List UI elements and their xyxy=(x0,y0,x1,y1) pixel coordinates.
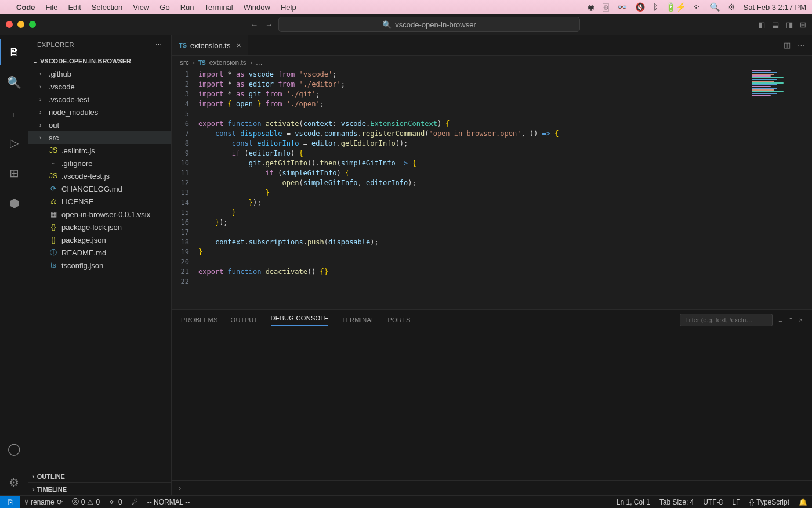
js-file-icon: JS xyxy=(49,172,58,180)
file-tree-item[interactable]: tstsconfig.json xyxy=(28,259,171,272)
nav-back-icon[interactable]: ← xyxy=(251,20,258,29)
battery-icon[interactable]: 🔋⚡ xyxy=(666,2,686,12)
record-icon[interactable]: ◉ xyxy=(588,2,594,12)
file-tree-item[interactable]: ›.vscode-test xyxy=(28,93,171,106)
close-tab-icon[interactable]: × xyxy=(236,41,241,50)
git-branch-status[interactable]: ⑂ rename ⟳ xyxy=(20,498,67,506)
cursor-position-status[interactable]: Ln 1, Col 1 xyxy=(612,498,655,506)
debug-console-input[interactable]: › xyxy=(172,480,812,495)
file-tree-item[interactable]: ›src xyxy=(28,131,171,144)
file-tree-item[interactable]: ⓘREADME.md xyxy=(28,246,171,259)
panel-tab-output[interactable]: OUTPUT xyxy=(231,316,258,323)
menu-help[interactable]: Help xyxy=(281,3,296,12)
eol-status[interactable]: LF xyxy=(727,498,745,506)
breadcrumb-ellipsis[interactable]: … xyxy=(256,59,263,67)
mute-icon[interactable]: 🔇 xyxy=(635,2,645,12)
panel-collapse-icon[interactable]: ⌃ xyxy=(788,316,793,324)
code-editor[interactable]: 12345678910111213141516171819202122 impo… xyxy=(172,70,812,309)
run-debug-view-icon[interactable]: ▷ xyxy=(0,130,28,156)
file-tree-item[interactable]: JS.vscode-test.js xyxy=(28,170,171,182)
remote-indicator[interactable]: ⎘ xyxy=(0,496,20,508)
file-tree-item[interactable]: ⟳CHANGELOG.md xyxy=(28,182,171,195)
encoding-status[interactable]: UTF-8 xyxy=(698,498,727,506)
file-tree-item[interactable]: ›.github xyxy=(28,67,171,80)
minimize-window-button[interactable] xyxy=(17,21,24,28)
docker-icon[interactable]: 🀙 xyxy=(603,2,609,12)
menu-window[interactable]: Window xyxy=(244,3,270,12)
glasses-icon[interactable]: 👓 xyxy=(617,2,627,12)
minimap[interactable] xyxy=(748,70,812,309)
panel-tab-debug-console[interactable]: DEBUG CONSOLE xyxy=(271,315,329,326)
layout-sidebar-left-icon[interactable]: ◧ xyxy=(758,20,765,29)
outline-label: OUTLINE xyxy=(37,473,65,480)
settings-gear-icon[interactable]: ⚙ xyxy=(0,470,28,495)
tabsize-status[interactable]: Tab Size: 4 xyxy=(655,498,698,506)
file-tree-label: .vscode-test xyxy=(49,95,89,104)
ports-status[interactable]: ᯤ0 xyxy=(104,498,127,506)
datetime[interactable]: Sat Feb 3 2:17 PM xyxy=(744,3,806,12)
explorer-view-icon[interactable]: 🗎 xyxy=(0,39,28,65)
close-window-button[interactable] xyxy=(6,21,13,28)
language-mode-status[interactable]: {} TypeScript xyxy=(745,498,794,506)
layout-panel-icon[interactable]: ⬓ xyxy=(772,20,779,29)
breadcrumb-file[interactable]: extension.ts xyxy=(209,59,246,67)
file-tree-label: package.json xyxy=(61,236,106,244)
layout-customize-icon[interactable]: ⊞ xyxy=(800,20,806,29)
breadcrumbs[interactable]: src › TS extension.ts › … xyxy=(172,56,812,70)
layout-sidebar-right-icon[interactable]: ◨ xyxy=(786,20,793,29)
source-control-view-icon[interactable]: ⑂ xyxy=(0,100,28,125)
panel-clear-icon[interactable]: ≡ xyxy=(778,316,782,323)
nav-forward-icon[interactable]: → xyxy=(265,20,273,29)
panel-tab-ports[interactable]: PORTS xyxy=(387,316,410,323)
file-tree-label: LICENSE xyxy=(61,197,94,206)
editor-tab[interactable]: TS extension.ts × xyxy=(172,35,248,55)
extensions-view-icon[interactable]: ⊞ xyxy=(0,160,28,186)
file-tree-item[interactable]: ›.vscode xyxy=(28,80,171,93)
menu-go[interactable]: Go xyxy=(160,3,169,12)
menu-run[interactable]: Run xyxy=(180,3,194,12)
panel-tab-terminal[interactable]: TERMINAL xyxy=(341,316,375,323)
txt-file-icon: ▦ xyxy=(49,210,58,218)
file-tree-item[interactable]: {}package-lock.json xyxy=(28,221,171,233)
md-file-icon: ⓘ xyxy=(49,248,58,258)
app-name[interactable]: Code xyxy=(16,3,35,12)
file-tree-item[interactable]: ⚖LICENSE xyxy=(28,195,171,208)
docker-view-icon[interactable]: ⬢ xyxy=(0,190,28,216)
file-tree-item[interactable]: ▦open-in-browser-0.0.1.vsix xyxy=(28,208,171,221)
bluetooth-icon[interactable]: ᛒ xyxy=(653,2,658,12)
problems-status[interactable]: ⓧ0 ⚠0 xyxy=(67,497,104,507)
split-editor-icon[interactable]: ◫ xyxy=(784,41,791,49)
file-tree-item[interactable]: JS.eslintrc.js xyxy=(28,144,171,157)
outline-section[interactable]: › OUTLINE xyxy=(28,470,171,482)
code-content[interactable]: import * as vscode from 'vscode'; import… xyxy=(198,70,748,309)
panel-filter-input[interactable] xyxy=(680,314,773,326)
traffic-lights xyxy=(6,21,36,28)
panel-tab-problems[interactable]: PROBLEMS xyxy=(181,316,218,323)
file-tree-item[interactable]: ◦.gitignore xyxy=(28,157,171,170)
search-view-icon[interactable]: 🔍 xyxy=(0,70,28,95)
fullscreen-window-button[interactable] xyxy=(29,21,36,28)
menu-edit[interactable]: Edit xyxy=(68,3,81,12)
bottom-panel: PROBLEMS OUTPUT DEBUG CONSOLE TERMINAL P… xyxy=(172,309,812,495)
menu-view[interactable]: View xyxy=(133,3,149,12)
live-share-status[interactable]: ☄ xyxy=(127,498,143,506)
accounts-icon[interactable]: ◯ xyxy=(0,436,28,462)
file-tree-item[interactable]: ›out xyxy=(28,118,171,131)
notifications-icon[interactable]: 🔔 xyxy=(794,498,812,506)
menu-selection[interactable]: Selection xyxy=(92,3,122,12)
explorer-more-icon[interactable]: ⋯ xyxy=(155,41,162,49)
panel-close-icon[interactable]: × xyxy=(799,316,803,323)
file-tree-item[interactable]: ›node_modules xyxy=(28,106,171,118)
menu-file[interactable]: File xyxy=(46,3,58,12)
breadcrumb-src[interactable]: src xyxy=(180,59,189,67)
tab-more-icon[interactable]: ⋯ xyxy=(798,41,805,49)
menu-terminal[interactable]: Terminal xyxy=(205,3,233,12)
spotlight-icon[interactable]: 🔍 xyxy=(710,2,720,12)
wifi-icon[interactable]: ᯤ xyxy=(694,2,702,12)
control-center-icon[interactable]: ⚙ xyxy=(728,2,735,12)
project-header[interactable]: ⌄ VSCODE-OPEN-IN-BROWSER xyxy=(28,55,171,67)
timeline-section[interactable]: › TIMELINE xyxy=(28,482,171,495)
file-tree-item[interactable]: {}package.json xyxy=(28,233,171,246)
command-center[interactable]: 🔍 vscode-open-in-browser xyxy=(278,17,580,32)
chevron-right-icon: › xyxy=(193,59,195,67)
